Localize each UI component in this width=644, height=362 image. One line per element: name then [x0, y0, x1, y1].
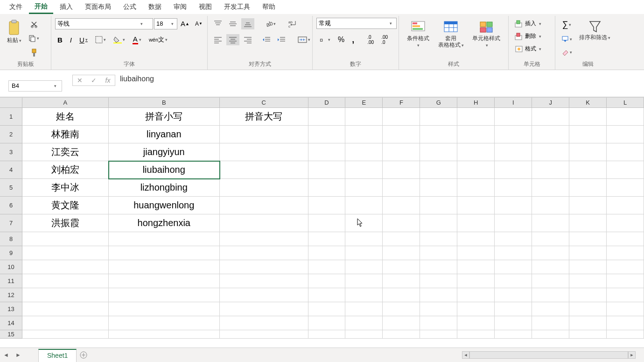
- menu-item-8[interactable]: 开发工具: [218, 1, 256, 13]
- cell-D1[interactable]: [308, 108, 346, 126]
- clear-button[interactable]: [559, 47, 574, 57]
- cell-F13[interactable]: [383, 302, 420, 316]
- cell-G4[interactable]: [420, 161, 457, 179]
- cell-E8[interactable]: [345, 232, 383, 246]
- col-header-H[interactable]: H: [457, 98, 495, 108]
- cell-G11[interactable]: [420, 274, 457, 288]
- cell-L8[interactable]: [607, 232, 644, 246]
- wrap-text-button[interactable]: abc: [286, 18, 300, 30]
- cell-D14[interactable]: [308, 316, 346, 330]
- cell-C9[interactable]: [220, 246, 308, 260]
- align-bottom-button[interactable]: [241, 18, 254, 29]
- delete-cells-button[interactable]: 删除: [512, 30, 544, 42]
- cell-J15[interactable]: [532, 330, 569, 339]
- fill-color-button[interactable]: [111, 34, 127, 45]
- cell-B5[interactable]: lizhongbing: [109, 179, 220, 197]
- cell-J1[interactable]: [532, 108, 569, 126]
- cell-D11[interactable]: [308, 274, 346, 288]
- cell-D4[interactable]: [308, 161, 346, 179]
- cell-H10[interactable]: [457, 260, 495, 274]
- cell-I10[interactable]: [495, 260, 532, 274]
- cell-G12[interactable]: [420, 288, 457, 302]
- cell-L12[interactable]: [607, 288, 644, 302]
- cell-A15[interactable]: [22, 330, 109, 339]
- cell-C10[interactable]: [220, 260, 308, 274]
- cell-E3[interactable]: [345, 143, 383, 161]
- cell-I12[interactable]: [495, 288, 532, 302]
- col-header-B[interactable]: B: [109, 98, 220, 108]
- cell-I3[interactable]: [495, 143, 532, 161]
- cell-B9[interactable]: [109, 246, 220, 260]
- cell-K15[interactable]: [569, 330, 607, 339]
- cell-K8[interactable]: [569, 232, 607, 246]
- row-header-7[interactable]: 7: [0, 214, 22, 232]
- fill-button[interactable]: [559, 34, 574, 44]
- cell-K13[interactable]: [569, 302, 607, 316]
- autosum-button[interactable]: ∑: [560, 18, 574, 31]
- cell-H15[interactable]: [457, 330, 495, 339]
- cell-H7[interactable]: [457, 214, 495, 232]
- cell-F1[interactable]: [383, 108, 420, 126]
- horizontal-scrollbar[interactable]: ◄ ►: [462, 348, 644, 362]
- formula-bar-input[interactable]: [120, 75, 640, 83]
- cell-B2[interactable]: linyanan: [109, 126, 220, 143]
- cell-F9[interactable]: [383, 246, 420, 260]
- cell-H13[interactable]: [457, 302, 495, 316]
- cell-I4[interactable]: [495, 161, 532, 179]
- cell-H5[interactable]: [457, 179, 495, 197]
- menu-item-2[interactable]: 插入: [54, 1, 78, 13]
- cell-H4[interactable]: [457, 161, 495, 179]
- cell-D12[interactable]: [308, 288, 346, 302]
- cell-L15[interactable]: [607, 330, 644, 339]
- row-header-11[interactable]: 11: [0, 274, 22, 288]
- cell-F7[interactable]: [383, 214, 420, 232]
- cell-E15[interactable]: [345, 330, 383, 339]
- row-header-8[interactable]: 8: [0, 232, 22, 246]
- cell-J5[interactable]: [532, 179, 569, 197]
- align-center-button[interactable]: [226, 34, 239, 45]
- col-header-A[interactable]: A: [22, 98, 109, 108]
- cell-F4[interactable]: [383, 161, 420, 179]
- cell-A4[interactable]: 刘柏宏: [22, 161, 109, 179]
- enter-formula-button[interactable]: ✓: [87, 75, 101, 85]
- cell-L13[interactable]: [607, 302, 644, 316]
- cell-H12[interactable]: [457, 288, 495, 302]
- cell-D2[interactable]: [308, 126, 346, 143]
- cell-B4[interactable]: liubaihong: [109, 161, 220, 179]
- col-header-I[interactable]: I: [495, 98, 532, 108]
- increase-indent-button[interactable]: [275, 34, 288, 45]
- cell-C8[interactable]: [220, 232, 308, 246]
- cell-G15[interactable]: [420, 330, 457, 339]
- cell-D8[interactable]: [308, 232, 346, 246]
- cell-I11[interactable]: [495, 274, 532, 288]
- cut-button[interactable]: [28, 19, 40, 30]
- cell-G5[interactable]: [420, 179, 457, 197]
- cell-I1[interactable]: [495, 108, 532, 126]
- cell-I7[interactable]: [495, 214, 532, 232]
- cell-B3[interactable]: jiangyiyun: [109, 143, 220, 161]
- cell-E14[interactable]: [345, 316, 383, 330]
- border-button[interactable]: [93, 34, 108, 45]
- increase-font-button[interactable]: A▲: [178, 18, 192, 29]
- cell-F6[interactable]: [383, 197, 420, 214]
- cell-K7[interactable]: [569, 214, 607, 232]
- align-top-button[interactable]: [211, 18, 224, 29]
- cell-B13[interactable]: [109, 302, 220, 316]
- cell-F14[interactable]: [383, 316, 420, 330]
- name-box-dropdown[interactable]: ▾: [51, 84, 59, 88]
- cell-D13[interactable]: [308, 302, 346, 316]
- cell-A9[interactable]: [22, 246, 109, 260]
- cell-K11[interactable]: [569, 274, 607, 288]
- row-header-4[interactable]: 4: [0, 161, 22, 179]
- cell-C14[interactable]: [220, 316, 308, 330]
- cell-E7[interactable]: [345, 214, 383, 232]
- menu-item-1[interactable]: 开始: [29, 0, 53, 14]
- cell-L7[interactable]: [607, 214, 644, 232]
- cell-J7[interactable]: [532, 214, 569, 232]
- cell-K9[interactable]: [569, 246, 607, 260]
- sort-filter-button[interactable]: 排序和筛选: [576, 18, 613, 43]
- cell-E12[interactable]: [345, 288, 383, 302]
- cell-K2[interactable]: [569, 126, 607, 143]
- cell-B11[interactable]: [109, 274, 220, 288]
- cell-A1[interactable]: 姓名: [22, 108, 109, 126]
